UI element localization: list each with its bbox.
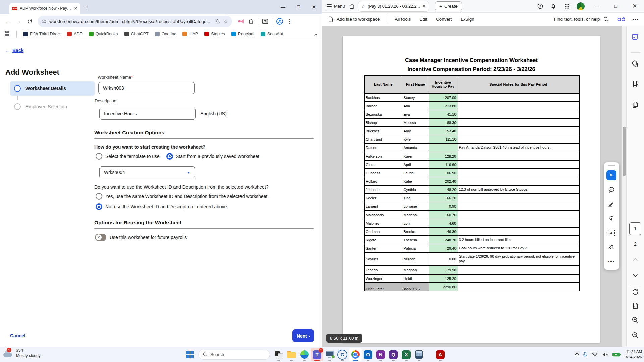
volume-icon[interactable] — [602, 352, 608, 357]
bookmark-saasant[interactable]: SaasAnt — [261, 32, 283, 36]
scrollbar-thumb[interactable] — [623, 127, 626, 176]
user-avatar[interactable] — [574, 0, 588, 13]
acrobat-nav-convert[interactable]: Convert — [436, 17, 452, 22]
taskbar-app-outlook[interactable]: O — [362, 348, 374, 361]
taskbar-app-excel[interactable]: X — [400, 348, 413, 361]
back-link[interactable]: ← Back — [5, 47, 23, 53]
acrobat-close-button[interactable]: ✕ — [625, 0, 644, 13]
bookmarks-overflow-icon[interactable]: » — [314, 31, 317, 37]
taskbar-app-teams[interactable]: T1 — [311, 348, 323, 361]
taskbar-app-acrobat[interactable]: A — [434, 348, 447, 361]
ai-assistant-icon[interactable] — [617, 16, 626, 23]
tab-close-icon[interactable]: ✕ — [74, 6, 78, 11]
help-icon[interactable]: ? — [533, 0, 547, 13]
saved-worksheet-select[interactable]: Wrksh004 ▼ — [99, 166, 195, 178]
pages-panel-icon[interactable] — [632, 101, 639, 109]
home-icon[interactable] — [348, 3, 355, 9]
bookmark-staples[interactable]: Staples — [204, 32, 225, 36]
step-worksheet-details[interactable]: Worksheet Details — [10, 81, 95, 96]
lasso-tool[interactable] — [606, 214, 616, 224]
weather-widget[interactable]: 1 35°F Mostly cloudy — [3, 348, 41, 358]
cancel-button[interactable]: Cancel — [10, 333, 25, 338]
taskbar-app-onenote[interactable]: N — [374, 348, 387, 361]
zoom-in-icon[interactable] — [632, 316, 639, 324]
radio-template[interactable] — [96, 153, 102, 160]
taskbar-app-remote-desktop[interactable] — [323, 348, 336, 361]
notifications-bell-icon[interactable] — [547, 0, 560, 13]
bookmark-adp[interactable]: ADP — [67, 32, 83, 36]
back-icon[interactable]: ← — [3, 17, 13, 26]
more-tools-icon[interactable]: ••• — [632, 16, 639, 22]
taskbar-app-app-c[interactable]: C — [336, 348, 349, 361]
find-text-label[interactable]: Find text, tools, or help — [554, 17, 600, 22]
microphone-icon[interactable] — [583, 352, 588, 358]
search-icon[interactable] — [603, 16, 609, 22]
select-cursor-tool[interactable] — [606, 170, 616, 180]
acrobat-document-tab[interactable]: ☆ (Pay 3) 01.23.26 - 03.22.2... ✕ — [358, 1, 429, 12]
taskbar-app-quick-assist[interactable]: Q — [387, 348, 400, 361]
bookmark-star-icon[interactable]: ☆ — [223, 18, 228, 25]
bookmarks-panel-icon[interactable] — [632, 80, 639, 88]
extensions-puzzle-icon[interactable] — [248, 18, 254, 24]
forward-icon[interactable]: → — [14, 17, 23, 26]
address-bar[interactable]: workforcenow.adp.com/theme/admin.html#/P… — [38, 16, 232, 27]
comment-tool[interactable] — [606, 185, 616, 195]
acrobat-maximize-button[interactable]: □ — [606, 0, 625, 13]
rotate-page-icon[interactable] — [632, 288, 639, 296]
bookmark-quickbooks[interactable]: QuickBooks — [89, 32, 118, 36]
new-tab-button[interactable]: + — [85, 4, 89, 11]
tray-chevron-icon[interactable] — [575, 352, 579, 357]
acrobat-nav-all-tools[interactable]: All tools — [395, 17, 411, 22]
add-file-button[interactable]: Add file to workspace — [327, 16, 380, 23]
taskbar-app-chrome[interactable] — [349, 348, 362, 361]
maximize-button[interactable]: ❐ — [291, 0, 306, 14]
step-employee-selection[interactable]: Employee Selection — [10, 100, 95, 113]
app-launcher-grid-icon[interactable] — [560, 0, 574, 13]
browser-tab[interactable]: ADP ADP Workforce Now - Payroll D ✕ — [9, 3, 80, 14]
taskbar-app-file-explorer[interactable] — [285, 348, 298, 361]
previous-page-icon[interactable] — [633, 258, 638, 263]
actual-size-icon[interactable]: 1:1 — [632, 302, 639, 310]
radio-saved-worksheet[interactable] — [166, 153, 173, 160]
acrobat-nav-edit[interactable]: Edit — [420, 17, 427, 22]
bookmark-hap[interactable]: HAP — [182, 32, 198, 36]
taskbar-search[interactable]: Search — [198, 350, 270, 360]
radio-yes-label[interactable]: Yes, use the same Worksheet ID and Descr… — [105, 194, 269, 199]
minimize-button[interactable]: — — [275, 0, 291, 14]
site-settings-icon[interactable] — [42, 19, 47, 24]
extension-play-icon[interactable] — [238, 19, 244, 24]
profile-avatar-icon[interactable] — [276, 18, 283, 25]
page-thumbnail-2[interactable]: 2 — [634, 241, 637, 247]
radio-yes[interactable] — [96, 193, 102, 200]
radio-template-label[interactable]: Select the template to use — [105, 154, 160, 159]
apps-grid-icon[interactable] — [5, 31, 10, 37]
close-button[interactable]: ✕ — [306, 0, 322, 14]
taskbar-app-task-view[interactable] — [272, 348, 285, 361]
next-page-icon[interactable] — [633, 272, 638, 277]
draw-tool[interactable] — [606, 199, 616, 209]
comments-panel-icon[interactable] — [631, 60, 639, 68]
palette-more-icon[interactable]: ••• — [606, 257, 616, 267]
bookmark-fifth-third-direct[interactable]: Fifth Third Direct — [23, 32, 61, 36]
next-button[interactable]: Next› — [292, 329, 314, 342]
taskbar-app-calculator[interactable] — [413, 348, 425, 361]
create-button[interactable]: + Create — [435, 1, 462, 11]
worksheet-name-input[interactable]: Wrksh003 — [98, 82, 195, 94]
fill-sign-tool[interactable] — [606, 242, 616, 252]
acrobat-minimize-button[interactable]: — — [588, 0, 606, 13]
bookmark-chatgpt[interactable]: ChatGPT — [124, 32, 149, 36]
reload-icon[interactable] — [25, 17, 34, 26]
add-text-box-tool[interactable]: A — [606, 228, 616, 238]
acrobat-tab-close-icon[interactable]: ✕ — [422, 4, 426, 9]
ai-assistant-panel-icon[interactable] — [631, 33, 639, 41]
bookmark-principal[interactable]: Principal — [231, 32, 254, 36]
page-thumbnail-1[interactable]: 1 — [629, 222, 641, 235]
radio-no-label[interactable]: No, use the Worksheet ID and Description… — [105, 204, 228, 209]
url-text[interactable]: workforcenow.adp.com/theme/admin.html#/P… — [49, 19, 213, 24]
zoom-out-icon[interactable] — [632, 331, 639, 339]
future-payrolls-toggle[interactable]: ✕ — [95, 234, 106, 241]
start-button[interactable] — [184, 349, 196, 361]
acrobat-nav-e-sign[interactable]: E-Sign — [461, 17, 474, 22]
bookmark-one-inc[interactable]: One Inc — [155, 32, 176, 36]
acrobat-menu-button[interactable]: Menu — [327, 3, 345, 9]
